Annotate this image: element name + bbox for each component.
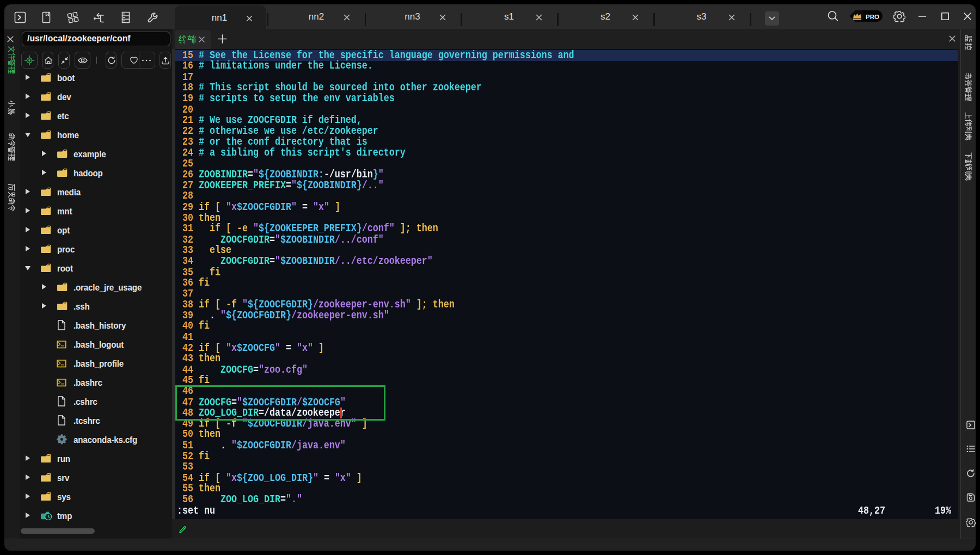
svg-text:PRO: PRO bbox=[866, 14, 879, 20]
